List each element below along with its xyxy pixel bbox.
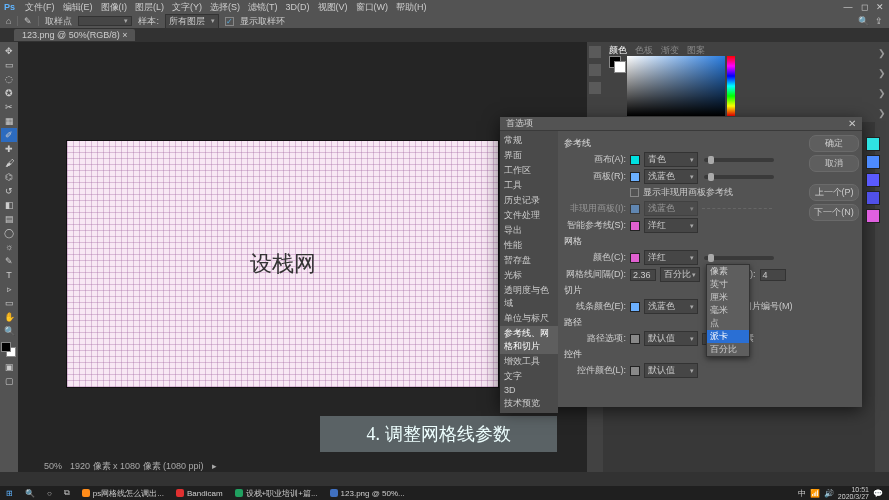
prefs-nav-units[interactable]: 单位与标尺 [500, 311, 558, 326]
unit-opt-pt[interactable]: 点 [707, 317, 749, 330]
eyedropper-tool[interactable]: ✐ [1, 128, 17, 142]
guides-artboard-select[interactable]: 浅蓝色▾ [644, 169, 698, 184]
tray-notifications-icon[interactable]: 💬 [873, 489, 883, 498]
zoom-tool[interactable]: 🔍 [1, 324, 17, 338]
prefs-nav-workspace[interactable]: 工作区 [500, 163, 558, 178]
prefs-swatch-2[interactable] [866, 155, 880, 169]
next-button[interactable]: 下一个(N) [809, 204, 859, 221]
path-opt-swatch[interactable] [630, 334, 640, 344]
start-button[interactable]: ⊞ [0, 486, 19, 500]
lasso-tool[interactable]: ◌ [1, 72, 17, 86]
menu-layer[interactable]: 图层(L) [131, 1, 168, 14]
history-tool[interactable]: ↺ [1, 184, 17, 198]
menu-file[interactable]: 文件(F) [21, 1, 59, 14]
guides-canvas-select[interactable]: 青色▾ [644, 152, 698, 167]
prefs-swatch-4[interactable] [866, 191, 880, 205]
tray-ime-icon[interactable]: 中 [798, 488, 806, 499]
prefs-swatch-3[interactable] [866, 173, 880, 187]
guides-artboard-swatch[interactable] [630, 172, 640, 182]
eyedropper-icon[interactable]: ✎ [24, 16, 32, 26]
prefs-nav-3d[interactable]: 3D [500, 384, 558, 396]
grid-color-swatch[interactable] [630, 253, 640, 263]
guides-canvas-style[interactable] [704, 158, 774, 162]
tray-network-icon[interactable]: 📶 [810, 489, 820, 498]
cancel-button[interactable]: 取消 [809, 155, 859, 172]
tray-clock[interactable]: 10:512020/3/27 [838, 486, 869, 500]
guides-canvas-swatch[interactable] [630, 155, 640, 165]
pen-tool[interactable]: ✎ [1, 254, 17, 268]
grid-color-select[interactable]: 洋红▾ [644, 250, 698, 265]
stamp-tool[interactable]: ⌬ [1, 170, 17, 184]
unit-opt-in[interactable]: 英寸 [707, 278, 749, 291]
prefs-nav-transparency[interactable]: 透明度与色域 [500, 283, 558, 311]
guides-smart-select[interactable]: 洋红▾ [644, 218, 698, 233]
task-excel[interactable]: 设栈+职业培训+篇... [229, 486, 324, 500]
quickmask-tool[interactable]: ▣ [1, 360, 17, 374]
dialog-close[interactable]: ✕ [848, 118, 856, 129]
guides-showinactive-checkbox[interactable] [630, 188, 639, 197]
menu-filter[interactable]: 滤镜(T) [244, 1, 282, 14]
prefs-nav-tools[interactable]: 工具 [500, 178, 558, 193]
unit-opt-pica[interactable]: 派卡 [707, 330, 749, 343]
prefs-nav-export[interactable]: 导出 [500, 223, 558, 238]
panel-icon-3[interactable] [589, 82, 601, 94]
unit-opt-mm[interactable]: 毫米 [707, 304, 749, 317]
taskbar-taskview[interactable]: ⧉ [58, 486, 76, 500]
collapse-chevron-2[interactable]: ❯ [878, 68, 886, 78]
prefs-swatch-1[interactable] [866, 137, 880, 151]
opt-showring-checkbox[interactable] [225, 17, 234, 26]
shape-tool[interactable]: ▭ [1, 296, 17, 310]
menu-3d[interactable]: 3D(D) [282, 2, 314, 12]
taskbar-cortana[interactable]: ○ [41, 486, 58, 500]
quickselect-tool[interactable]: ✪ [1, 86, 17, 100]
frame-tool[interactable]: ▦ [1, 114, 17, 128]
prefs-nav-cursors[interactable]: 光标 [500, 268, 558, 283]
taskbar-search[interactable]: 🔍 [19, 486, 41, 500]
prefs-nav-type[interactable]: 文字 [500, 369, 558, 384]
ok-button[interactable]: 确定 [809, 135, 859, 152]
hue-slider[interactable] [727, 56, 735, 116]
panel-icon-2[interactable] [589, 64, 601, 76]
prefs-nav-interface[interactable]: 界面 [500, 148, 558, 163]
slices-line-select[interactable]: 浅蓝色▾ [644, 299, 698, 314]
window-minimize[interactable]: — [843, 2, 853, 12]
grid-every-input[interactable]: 2.36 [630, 269, 656, 281]
menu-window[interactable]: 窗口(W) [352, 1, 393, 14]
menu-type[interactable]: 文字(Y) [168, 1, 206, 14]
path-opt-select[interactable]: 默认值▾ [644, 331, 698, 346]
unit-opt-cm[interactable]: 厘米 [707, 291, 749, 304]
heal-tool[interactable]: ✚ [1, 142, 17, 156]
task-ps[interactable]: 123.png @ 50%... [324, 486, 411, 500]
prefs-nav-filehandling[interactable]: 文件处理 [500, 208, 558, 223]
menu-help[interactable]: 帮助(H) [392, 1, 431, 14]
unit-opt-pct[interactable]: 百分比 [707, 343, 749, 356]
collapse-chevron-3[interactable]: ❯ [878, 88, 886, 98]
type-tool[interactable]: T [1, 268, 17, 282]
prev-button[interactable]: 上一个(P) [809, 184, 859, 201]
tray-sound-icon[interactable]: 🔊 [824, 489, 834, 498]
prefs-nav-plugins[interactable]: 增效工具 [500, 354, 558, 369]
share-icon[interactable]: ⇪ [875, 16, 883, 26]
menu-image[interactable]: 图像(I) [97, 1, 132, 14]
grid-unit-select[interactable]: 百分比▾ [660, 267, 700, 282]
menu-select[interactable]: 选择(S) [206, 1, 244, 14]
opt-layers-select[interactable]: 所有图层▾ [165, 14, 219, 29]
window-close[interactable]: ✕ [875, 2, 885, 12]
grid-style[interactable] [704, 256, 774, 260]
document-canvas[interactable]: 设栈网 [66, 140, 499, 388]
menu-edit[interactable]: 编辑(E) [59, 1, 97, 14]
dodge-tool[interactable]: ☼ [1, 240, 17, 254]
prefs-nav-guides[interactable]: 参考线、网格和切片 [500, 326, 558, 354]
prefs-nav-tech[interactable]: 技术预览 [500, 396, 558, 411]
unit-opt-px[interactable]: 像素 [707, 265, 749, 278]
document-tab[interactable]: 123.png @ 50%(RGB/8) × [14, 29, 135, 41]
collapse-chevron-4[interactable]: ❯ [878, 108, 886, 118]
color-fgbg[interactable] [0, 342, 18, 360]
panel-icon-1[interactable] [589, 46, 601, 58]
prefs-nav-general[interactable]: 常规 [500, 133, 558, 148]
screenmode-tool[interactable]: ▢ [1, 374, 17, 388]
eraser-tool[interactable]: ◧ [1, 198, 17, 212]
path-tool[interactable]: ▹ [1, 282, 17, 296]
widgets-color-select[interactable]: 默认值▾ [644, 363, 698, 378]
widgets-color-swatch[interactable] [630, 366, 640, 376]
